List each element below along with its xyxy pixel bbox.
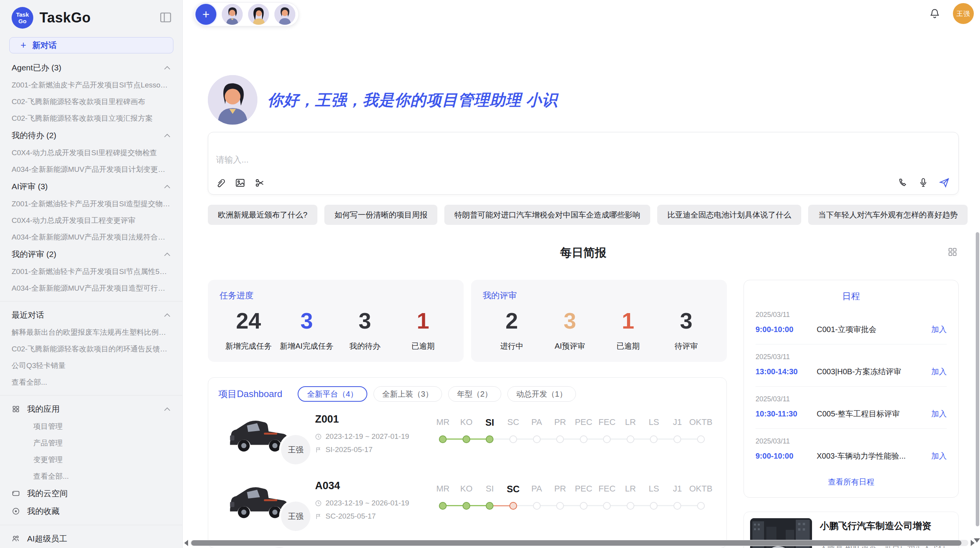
session-avatar-2[interactable] [248,4,269,25]
user-avatar[interactable]: 王强 [953,3,974,24]
stat-value: 2 [483,308,541,333]
sidebar-collapse-icon[interactable] [159,11,172,24]
sidebar-item[interactable]: C02-飞腾新能源轻客改款项目立项汇报方案 [0,110,182,127]
suggestion-chip[interactable]: 当下年轻人对汽车外观有怎样的喜好趋势 [808,205,968,225]
stat-label: 待评审 [657,341,715,351]
add-session-button[interactable]: + [195,4,216,25]
app-item[interactable]: 查看全部... [0,468,182,485]
chevron-up-icon[interactable] [164,313,171,318]
schedule-list: 2025/03/11 9:00-10:00 C001-立项审批会 加入 [756,302,947,471]
my-apps-items: 项目管理 产品管理 变更管理 查看全部... [0,418,182,485]
milestone-track: MRKOSISCPAPRPECFECLRLSJ1OKTB [431,409,713,444]
milestone-label: MR [431,417,455,430]
suggestion-chip[interactable]: 比亚迪全固态电池计划具体说了什么 [657,205,801,225]
project-rows: 王强 Z001 2023-12-19 ~ 2027-01 [208,405,726,538]
sidebar-item-favorites[interactable]: 我的收藏 [0,502,182,520]
attachment-icon[interactable] [215,178,226,188]
phone-icon[interactable] [898,177,908,188]
recent-chat-item[interactable]: 解释最新出台的欧盟报废车法规再生塑料比例被调至15%... [0,324,182,341]
recent-chat-item[interactable]: 公司Q3轻卡销量 [0,357,182,374]
sidebar-item[interactable]: Z001-全新燃油轻卡产品开发项目SI造型提交物评审 [0,195,182,212]
view-all-schedule-link[interactable]: 查看所有日程 [756,471,947,493]
scissors-icon[interactable] [255,178,265,188]
composer-left-icons [215,178,265,188]
sidebar-item[interactable]: Z001-全新燃油皮卡产品开发项目SI节点Lesson Learn报告 [0,77,182,93]
sidebar-item-ai-employee[interactable]: AI超级员工 [0,530,182,548]
milestone-dot [580,435,588,443]
sidebar-item[interactable]: A034-全新新能源MUV产品开发项目计划变更表编写 [0,161,182,178]
chevron-up-icon[interactable] [164,407,171,412]
layout-grid-icon[interactable] [947,247,958,257]
join-link[interactable]: 加入 [931,409,947,419]
session-avatar-1[interactable] [222,4,243,25]
chevron-up-icon[interactable] [164,133,171,138]
sidebar-section-header[interactable]: 我的评审 (2) [0,245,182,263]
send-icon[interactable] [939,177,950,188]
recent-chat-item[interactable]: C02-飞腾新能源轻客改款项目的闭环通告反馈情况 [0,341,182,357]
recent-chats-header[interactable]: 最近对话 [0,306,182,324]
scroll-right-arrow[interactable] [971,540,975,546]
horizontal-scrollbar-track[interactable] [190,540,968,546]
suggestion-chip[interactable]: 特朗普可能对进口汽车增税会对中国车企造成哪些影响 [444,205,650,225]
milestone-dot [580,502,588,510]
dashboard-tab[interactable]: 动总开发（1） [507,386,576,402]
app-item[interactable]: 项目管理 [0,418,182,435]
scroll-down-arrow[interactable] [974,538,980,543]
suggestion-chip[interactable]: 如何写一份清晰的项目周报 [324,205,437,225]
microphone-icon[interactable] [918,177,929,188]
project-row[interactable]: 王强 Z001 2023-12-19 ~ 2027-01 [208,405,726,471]
sidebar-section: 我的评审 (2) Z001-全新燃油轻卡产品开发项目SI节点属性5D文件评审 A… [0,245,182,296]
sidebar-item[interactable]: Z001-全新燃油轻卡产品开发项目SI节点属性5D文件评审 [0,263,182,280]
dashboard-tab[interactable]: 年型（2） [448,386,501,402]
chevron-up-icon[interactable] [164,65,171,70]
sidebar-item-cloud-space[interactable]: 我的云空间 [0,485,182,502]
cloud-space-icon [12,489,20,498]
project-code: A034 [315,480,431,492]
star-badge-icon [12,507,20,515]
dashboard-tab[interactable]: 全新平台（4） [298,386,367,402]
session-avatar-3[interactable] [274,4,295,25]
milestone-label: OKTB [689,417,713,430]
milestone-track-cell [502,434,525,444]
project-row[interactable]: 王强 A034 2023-12-19 ~ 2026-01 [208,471,726,538]
chevron-up-icon[interactable] [164,184,171,189]
sidebar-section-header[interactable]: AI评审 (3) [0,178,182,195]
sidebar-section-header[interactable]: 我的待办 (2) [0,127,182,144]
chevron-up-icon[interactable] [164,252,171,257]
horizontal-scrollbar-thumb[interactable] [191,540,961,546]
schedule-time: 13:00-14:30 [756,367,817,376]
stat-value: 3 [278,308,336,333]
schedule-date: 2025/03/11 [756,353,947,361]
sidebar-item[interactable]: C02-飞腾新能源轻客改款项目里程碑画布 [0,93,182,110]
milestone-label: PR [548,417,572,430]
join-link[interactable]: 加入 [931,324,947,335]
sidebar-item[interactable]: A034-全新新能源MUV产品开发项目造型可行性评审 [0,280,182,296]
section-title: 我的应用 [27,404,60,414]
message-input[interactable] [208,132,958,174]
sidebar-item[interactable]: C0X4-动力总成开发项目SI里程碑提交物检查 [0,144,182,161]
dashboard-title: 项目Dashboard [218,388,282,400]
join-link[interactable]: 加入 [931,451,947,461]
new-chat-button[interactable]: + 新对话 [9,37,173,53]
join-link[interactable]: 加入 [931,366,947,377]
suggestion-chip[interactable]: 欧洲新规最近颁布了什么? [208,205,317,225]
sidebar-section: AI评审 (3) Z001-全新燃油轻卡产品开发项目SI造型提交物评审 C0X4… [0,178,182,245]
notification-bell-icon[interactable] [929,8,941,19]
sidebar-item[interactable]: C0X4-动力总成开发项目工程变更评审 [0,212,182,229]
project-date-range: 2023-12-19 ~ 2027-01-19 [326,432,409,441]
recent-view-all[interactable]: 查看全部... [0,374,182,390]
scroll-left-arrow[interactable] [184,540,188,546]
section-title: 我的评审 (2) [12,249,57,260]
milestone-track-cell [689,434,713,444]
sidebar-item[interactable]: A034-全新新能源MUV产品开发项目法规符合性评审 [0,229,182,245]
image-icon[interactable] [235,178,245,188]
flag-icon [315,447,322,453]
suggestion-chips: 欧洲新规最近颁布了什么? 如何写一份清晰的项目周报 特朗普可能对进口汽车增税会对… [208,205,959,225]
dashboard-tab[interactable]: 全新上装（3） [373,386,442,402]
vertical-scrollbar-thumb[interactable] [976,232,979,526]
milestone-cell: MR [431,484,455,511]
app-item[interactable]: 产品管理 [0,435,182,451]
my-apps-header[interactable]: 我的应用 [0,400,182,418]
app-item[interactable]: 变更管理 [0,451,182,468]
sidebar-section-header[interactable]: Agent已办 (3) [0,59,182,77]
